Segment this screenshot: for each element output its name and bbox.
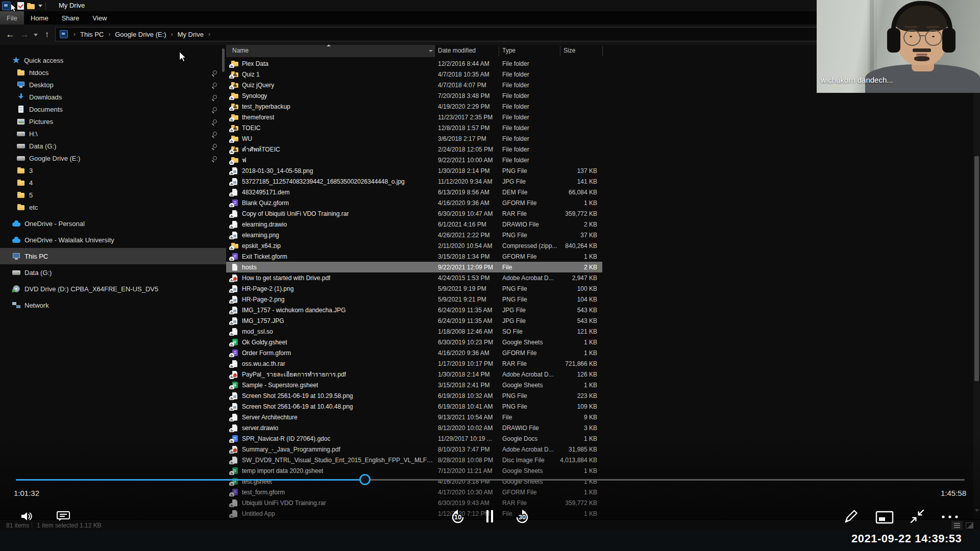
column-header-date[interactable]: Date modified — [438, 47, 476, 54]
file-row[interactable]: Plex Data12/2/2016 8:44 AMFile folder — [226, 58, 602, 69]
sidebar-item-onedrive-walailak-university[interactable]: OneDrive - Walailak University — [0, 232, 226, 248]
seek-bar-handle[interactable] — [359, 474, 371, 485]
sidebar-item-etc[interactable]: etc — [0, 201, 226, 213]
back-button[interactable] — [3, 24, 17, 45]
file-row[interactable]: mod_ssl.so1/18/2008 12:46 AMSO File121 K… — [226, 326, 602, 337]
sidebar-item-h-[interactable]: H:\ — [0, 128, 226, 140]
sidebar-quick-access-header[interactable]: Quick access — [0, 54, 226, 66]
sidebar-item-3[interactable]: 3 — [0, 164, 226, 177]
column-header-name[interactable]: Name — [232, 47, 249, 54]
customize-qat-chevron-icon[interactable] — [38, 5, 42, 7]
sidebar-item-4[interactable]: 4 — [0, 177, 226, 189]
file-row[interactable]: Exit Ticket.gform3/15/2018 1:34 PMGFORM … — [226, 251, 602, 262]
file-row[interactable]: test.gsheet4/16/2020 3:18 PMGoogle Sheet… — [226, 476, 602, 487]
file-row[interactable]: Order Form.gform4/16/2020 9:36 AMGFORM F… — [226, 347, 602, 358]
details-view-button[interactable] — [951, 521, 963, 530]
sidebar-item-dvd-drive-d-cpba-x64fre-en-us-dv5[interactable]: DVD Drive (D:) CPBA_X64FRE_EN-US_DV5 — [0, 281, 226, 297]
ribbon-tab-view[interactable]: View — [86, 11, 113, 24]
file-row[interactable]: WU3/6/2018 2:17 PMFile folder — [226, 133, 602, 144]
sidebar-item-this-pc[interactable]: This PC — [0, 248, 226, 264]
sidebar-item-5[interactable]: 5 — [0, 189, 226, 201]
file-row[interactable]: 2018-01-30_14-05-58.png1/30/2018 2:14 PM… — [226, 165, 602, 176]
file-row[interactable]: ฟ9/22/2021 10:00 AMFile folder — [226, 155, 602, 165]
file-row[interactable]: 53727185_112574083239442_168535002026344… — [226, 176, 602, 187]
file-row[interactable]: oss.wu.ac.th.rar1/17/2019 10:17 PMRAR Fi… — [226, 358, 602, 369]
captions-button[interactable] — [56, 510, 70, 522]
recent-locations-chevron-icon[interactable] — [32, 24, 40, 45]
file-row[interactable]: 4832495171.dem6/13/2019 8:56 AMDEM File6… — [226, 187, 602, 197]
file-row[interactable]: hosts9/22/2021 12:09 PMFile2 KB — [226, 262, 602, 272]
breadcrumb-segment[interactable]: This PC — [78, 31, 106, 38]
file-row[interactable]: Untitled App1/12/2020 7:12 PMFile1 KB — [226, 508, 602, 519]
sidebar-item-desktop[interactable]: Desktop — [0, 79, 226, 91]
sidebar-item-onedrive-personal[interactable]: OneDrive - Personal — [0, 215, 226, 232]
file-row[interactable]: epskit_x64.zip2/11/2020 10:54 AMCompress… — [226, 240, 602, 251]
file-row[interactable]: themeforest11/23/2017 2:35 PMFile folder — [226, 112, 602, 122]
volume-button[interactable] — [20, 510, 34, 522]
ribbon-tab-home[interactable]: Home — [24, 11, 55, 24]
file-row[interactable]: IMG_1757.JPG6/24/2019 11:35 AMJPG File54… — [226, 315, 602, 326]
column-header-type[interactable]: Type — [502, 47, 516, 54]
sidebar-scrollbar[interactable] — [222, 48, 225, 72]
file-row[interactable]: server.drawio8/12/2020 10:02 AMDRAWIO Fi… — [226, 422, 602, 433]
file-row[interactable]: Server Architechture9/13/2021 10:54 AMFi… — [226, 412, 602, 422]
file-row[interactable]: SPR_Navicat-R (ID 27064).gdoc11/29/2017 … — [226, 433, 602, 444]
picture-in-picture-button[interactable] — [875, 510, 894, 524]
breadcrumb-segment[interactable]: Google Drive (E:) — [113, 31, 168, 38]
ribbon-tab-file[interactable]: File — [0, 11, 24, 24]
pause-button[interactable] — [483, 509, 497, 524]
file-row[interactable]: Ok Goldy.gsheet6/30/2019 10:23 PMGoogle … — [226, 337, 602, 347]
up-button[interactable] — [41, 24, 53, 45]
file-row[interactable]: Copy of Ubiquiti UniFi VDO Training.rar6… — [226, 208, 602, 219]
annotate-button[interactable] — [843, 508, 860, 524]
file-row[interactable]: test_form.gform4/17/2020 10:30 AMGFORM F… — [226, 487, 602, 497]
file-row[interactable]: Ubiquiti UniFi VDO Training.rar6/30/2019… — [226, 497, 602, 508]
file-row[interactable]: How to get started with Drive.pdf4/24/20… — [226, 272, 602, 283]
file-row[interactable]: IMG_1757 - wichukorn dandecha.JPG6/24/20… — [226, 305, 602, 315]
file-row[interactable]: Sample - Superstore.gsheet3/15/2018 2:41… — [226, 380, 602, 390]
column-divider[interactable] — [499, 46, 499, 56]
file-row[interactable]: elearning.png4/26/2021 2:22 PMPNG File37… — [226, 230, 602, 240]
file-row[interactable]: elearning.drawio6/1/2021 4:16 PMDRAWIO F… — [226, 219, 602, 230]
file-row[interactable]: Quiz 14/7/2018 10:35 AMFile folder — [226, 69, 602, 80]
thumbnail-view-button[interactable] — [964, 521, 975, 530]
file-row[interactable]: Summary_-_Java_Programming.pdf8/10/2013 … — [226, 444, 602, 455]
sidebar-item-pictures[interactable]: Pictures — [0, 115, 226, 128]
file-row[interactable]: test_hyperbackup4/19/2020 2:29 PMFile fo… — [226, 101, 602, 112]
sidebar-item-data-g-[interactable]: Data (G:) — [0, 140, 226, 152]
scroll-down-icon[interactable] — [975, 509, 979, 512]
file-row[interactable]: SW_DVD9_NTRL_Visual_Studio_Ent_2015_Engl… — [226, 455, 602, 465]
more-options-button[interactable] — [940, 512, 960, 521]
sidebar-item-htdocs[interactable]: htdocs — [0, 66, 226, 79]
sidebar-item-documents[interactable]: Documents — [0, 103, 226, 115]
forward-30-button[interactable]: 30 — [513, 507, 531, 528]
new-folder-qat-icon[interactable] — [27, 3, 35, 10]
file-row[interactable]: คำศัพท์TOEIC2/24/2018 12:05 PMFile folde… — [226, 144, 602, 155]
file-row[interactable]: Blank Quiz.gform4/16/2020 9:36 AMGFORM F… — [226, 197, 602, 208]
scrollbar-thumb[interactable] — [974, 156, 979, 381]
properties-qat-icon[interactable] — [17, 2, 24, 10]
breadcrumb-segment[interactable]: My Drive — [176, 31, 206, 38]
column-divider[interactable] — [434, 46, 434, 56]
sidebar-item-network[interactable]: Network — [0, 297, 226, 313]
file-row[interactable]: temp import data 2020.gsheet7/12/2020 11… — [226, 465, 602, 476]
sidebar-item-data-g-[interactable]: Data (G:) — [0, 264, 226, 281]
file-row[interactable]: HR-Page-2.png5/9/2021 9:21 PMPNG File104… — [226, 294, 602, 305]
exit-fullscreen-button[interactable] — [909, 508, 926, 525]
column-header-size[interactable]: Size — [564, 47, 575, 54]
ribbon-tab-share[interactable]: Share — [55, 11, 86, 24]
file-row[interactable]: PayPal_ รายละเอียดการทำรายการ.pdf1/30/20… — [226, 369, 602, 380]
rewind-10-button[interactable]: 10 — [449, 507, 467, 528]
file-row[interactable]: HR-Page-2 (1).png5/9/2021 9:19 PMPNG Fil… — [226, 283, 602, 294]
sidebar-item-google-drive-e-[interactable]: Google Drive (E:) — [0, 152, 226, 164]
name-filter-chevron-icon[interactable] — [429, 50, 433, 52]
file-row[interactable]: Synology7/20/2018 3:48 PMFile folder — [226, 90, 602, 101]
file-row[interactable]: Quiz jQuery4/7/2018 4:07 PMFile folder — [226, 80, 602, 90]
file-row[interactable]: Screen Shot 2561-06-19 at 10.29.58.png6/… — [226, 390, 602, 401]
file-row[interactable]: TOEIC12/8/2018 1:57 PMFile folder — [226, 122, 602, 133]
column-divider[interactable] — [602, 46, 603, 56]
column-divider[interactable] — [560, 46, 560, 56]
file-row[interactable]: Screen Shot 2561-06-19 at 10.40.48.png6/… — [226, 401, 602, 412]
sidebar-item-downloads[interactable]: Downloads — [0, 91, 226, 103]
forward-button[interactable] — [18, 24, 31, 45]
